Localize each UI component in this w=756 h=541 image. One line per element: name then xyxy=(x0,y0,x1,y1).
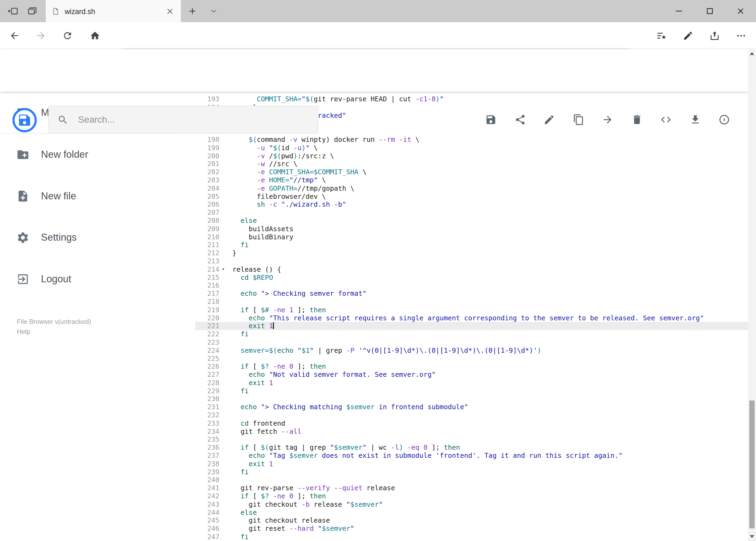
line-number[interactable]: 225 xyxy=(195,354,219,362)
code-line[interactable]: 199 -u "$(id -u)" \ xyxy=(195,144,748,152)
tab-preview-button[interactable] xyxy=(25,4,40,18)
code-line[interactable]: 231 echo "> Checking matching $semver in… xyxy=(195,403,748,411)
maximize-button[interactable] xyxy=(694,0,725,22)
code-line[interactable]: 242 if [ $? -ne 0 ]; then xyxy=(195,492,748,500)
line-number[interactable]: 238 xyxy=(195,460,219,468)
code-line[interactable]: 243 git checkout -b release "$semver" xyxy=(195,500,748,508)
line-number[interactable]: 231 xyxy=(195,403,219,411)
line-number[interactable]: 233 xyxy=(195,419,219,427)
code-line[interactable]: 222 fi xyxy=(195,330,748,338)
copy-button[interactable] xyxy=(564,105,593,134)
code-line[interactable]: 208 else xyxy=(195,217,748,225)
code-line[interactable]: 203 -e HOME="//tmp" \ xyxy=(195,176,748,184)
code-line[interactable]: 213 xyxy=(195,257,748,265)
sidebar-item-settings[interactable]: Settings xyxy=(0,217,195,258)
line-number[interactable]: 210 xyxy=(195,233,219,241)
line-number[interactable]: 230 xyxy=(195,395,219,403)
minimize-button[interactable] xyxy=(663,0,694,22)
code-line[interactable]: 225 xyxy=(195,354,748,362)
page-scrollbar[interactable] xyxy=(748,49,756,541)
line-number[interactable]: 217 xyxy=(195,289,219,297)
line-number[interactable]: 239 xyxy=(195,468,219,476)
delete-button[interactable] xyxy=(622,105,651,134)
line-number[interactable]: 216 xyxy=(195,281,219,289)
line-number[interactable]: 245 xyxy=(195,516,219,525)
line-number[interactable]: 236 xyxy=(195,443,219,452)
line-number[interactable]: 199 xyxy=(195,144,219,152)
code-line[interactable]: 227 echo "Not valid semver format. See s… xyxy=(195,370,748,379)
code-line[interactable]: 224 semver=$(echo "$1" | grep -P '^v(0|[… xyxy=(195,346,748,354)
code-line[interactable]: 232 xyxy=(195,411,748,419)
code-line[interactable]: 219 if [ $# -ne 1 ]; then xyxy=(195,306,748,314)
code-view-button[interactable] xyxy=(651,105,681,134)
line-number[interactable]: 237 xyxy=(195,452,219,460)
code-editor[interactable]: 193 COMMIT_SHA="$(git rev-parse HEAD | c… xyxy=(195,92,748,541)
code-line[interactable]: 215 cd $REPO xyxy=(195,273,748,281)
line-number[interactable]: 229 xyxy=(195,387,219,395)
line-number[interactable]: 200 xyxy=(195,152,219,160)
save-button[interactable] xyxy=(476,105,506,134)
line-number[interactable]: 235 xyxy=(195,435,219,443)
code-line[interactable]: 226 if [ $? -ne 0 ]; then xyxy=(195,362,748,370)
line-number[interactable]: 203 xyxy=(195,176,219,184)
fold-marker-icon[interactable]: ▾ xyxy=(219,265,227,273)
share-file-button[interactable] xyxy=(506,105,535,134)
line-number[interactable]: 218 xyxy=(195,297,219,306)
line-number[interactable]: 215 xyxy=(195,273,219,281)
code-line[interactable]: 223 xyxy=(195,338,748,346)
code-line[interactable]: 246 git reset --hard "$semver" xyxy=(195,525,748,533)
line-number[interactable]: 247 xyxy=(195,533,219,541)
download-button[interactable] xyxy=(681,105,710,134)
code-line[interactable]: 244 else xyxy=(195,508,748,516)
scroll-up-button[interactable] xyxy=(748,50,756,58)
hub-favorites-button[interactable] xyxy=(648,22,674,49)
code-line[interactable]: 207 xyxy=(195,209,748,217)
code-line[interactable]: 218 xyxy=(195,297,748,306)
line-number[interactable]: 246 xyxy=(195,525,219,533)
code-line[interactable]: 240 xyxy=(195,476,748,484)
back-button[interactable] xyxy=(7,28,22,43)
code-line[interactable]: 205 filebrowser/dev \ xyxy=(195,192,748,201)
code-line[interactable]: 230 xyxy=(195,395,748,403)
line-number[interactable]: 241 xyxy=(195,484,219,492)
line-number[interactable]: 193 xyxy=(195,95,219,103)
code-line[interactable]: 239 fi xyxy=(195,468,748,476)
rename-button[interactable] xyxy=(535,105,564,134)
code-line[interactable]: 214▾release () { xyxy=(195,265,748,273)
scrollbar-thumb[interactable] xyxy=(749,400,755,528)
line-number[interactable]: 228 xyxy=(195,379,219,387)
code-line[interactable]: 201 -w //src \ xyxy=(195,160,748,168)
line-number[interactable]: 226 xyxy=(195,362,219,370)
line-number[interactable]: 206 xyxy=(195,201,219,209)
tab-close-button[interactable] xyxy=(164,6,175,16)
line-number[interactable]: 202 xyxy=(195,168,219,176)
line-number[interactable]: 198 xyxy=(195,136,219,144)
sidebar-item-new-folder[interactable]: New folder xyxy=(0,134,195,175)
line-number[interactable]: 243 xyxy=(195,500,219,508)
line-number[interactable]: 222 xyxy=(195,330,219,338)
info-button[interactable] xyxy=(710,105,739,134)
line-number[interactable]: 242 xyxy=(195,492,219,500)
line-number[interactable]: 240 xyxy=(195,476,219,484)
close-button[interactable] xyxy=(725,0,756,22)
move-button[interactable] xyxy=(593,105,622,134)
line-number[interactable]: 209 xyxy=(195,225,219,233)
code-line[interactable]: 216 xyxy=(195,281,748,289)
line-number[interactable]: 232 xyxy=(195,411,219,419)
line-number[interactable]: 219 xyxy=(195,306,219,314)
line-number[interactable]: 207 xyxy=(195,209,219,217)
line-number[interactable]: 220 xyxy=(195,314,219,322)
line-number[interactable]: 211 xyxy=(195,241,219,249)
tab-list-chevron-button[interactable] xyxy=(206,4,221,18)
code-line[interactable]: 245 git checkout release xyxy=(195,516,748,525)
more-options-button[interactable] xyxy=(728,22,754,49)
scroll-down-button[interactable] xyxy=(748,533,756,540)
line-number[interactable]: 208 xyxy=(195,217,219,225)
line-number[interactable]: 204 xyxy=(195,184,219,192)
code-line[interactable]: 233 cd frontend xyxy=(195,419,748,427)
new-tab-button[interactable] xyxy=(185,4,200,18)
line-number[interactable]: 214 xyxy=(195,265,219,273)
code-line[interactable]: 236 if [ $(git tag | grep "$semver" | wc… xyxy=(195,443,748,452)
line-number[interactable]: 234 xyxy=(195,427,219,435)
code-line[interactable]: 234 git fetch --all xyxy=(195,427,748,435)
